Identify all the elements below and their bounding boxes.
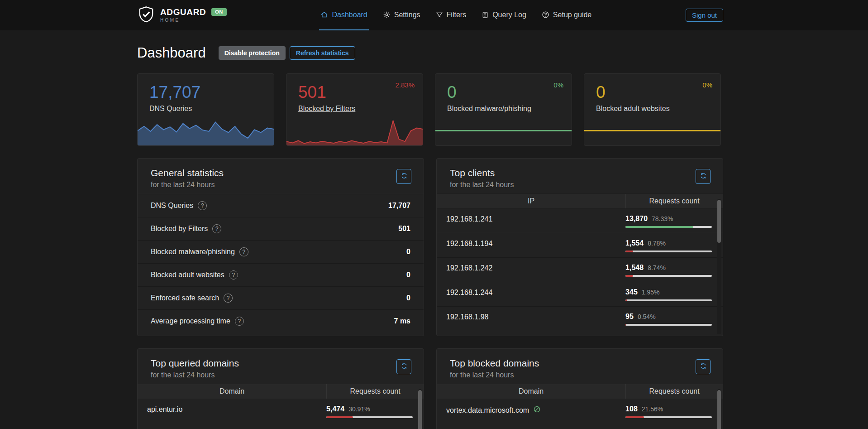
refresh-icon [700,172,707,181]
blocked-adult-sparkline [584,117,720,145]
question-mark-icon[interactable]: ? [212,224,221,233]
question-mark-icon[interactable]: ? [198,201,207,210]
nav-label: Dashboard [332,11,367,19]
top-blocked-subtitle: for the last 24 hours [450,371,691,379]
general-stat-row: Blocked adult websites? 0 [138,263,424,286]
general-statistics-subtitle: for the last 24 hours [151,181,392,189]
top-clients-subtitle: for the last 24 hours [450,181,691,189]
request-percent: 1.95% [642,289,660,296]
stat-row-value: 17,707 [388,202,410,210]
scrollbar-thumb[interactable] [418,390,422,429]
adguard-shield-logo-icon [137,5,155,25]
scrollbar[interactable] [717,199,721,334]
nav-label: Settings [394,11,420,19]
stat-cards-row: 17,707 DNS Queries 501 Blocked by Filter… [137,73,723,146]
nav-item-settings[interactable]: Settings [382,0,422,30]
client-row[interactable]: 192.168.1.244 345 1.95% [437,282,723,307]
table-header: Domain Requests count [437,384,723,399]
top-navbar: ADGUARD ON HOME Dashboard [0,0,868,30]
table-header: IP Requests count [437,193,723,209]
client-row[interactable]: 192.168.1.98 95 0.54% [437,307,723,331]
refresh-statistics-button[interactable]: Refresh statistics [290,46,355,60]
nav-item-setup-guide[interactable]: Setup guide [540,0,593,30]
top-queried-title: Top queried domains [151,358,392,369]
progress-bar [625,251,712,252]
scrollbar-thumb[interactable] [717,390,721,429]
progress-bar [625,226,712,228]
refresh-card-button[interactable] [696,169,711,184]
client-ip: 192.168.1.241 [446,215,492,223]
client-ip: 192.168.1.242 [446,264,492,272]
domain-name: api.entur.io [147,405,182,414]
nav-item-dashboard[interactable]: Dashboard [319,0,368,30]
gear-icon [383,11,391,19]
blocked-adult-percent: 0% [702,81,712,89]
request-percent: 78.33% [652,215,673,222]
stat-row-label: Enforced safe search [151,294,219,302]
stat-row-value: 0 [406,294,410,302]
progress-bar [625,324,712,326]
blocked-malware-percent: 0% [553,81,563,89]
general-stat-row: Average processing time? 7 ms [138,309,424,333]
question-mark-icon[interactable]: ? [224,294,233,303]
column-header-requests: Requests count [625,194,723,208]
blocked-malware-label: Blocked malware/phishing [447,105,562,113]
question-mark-icon[interactable]: ? [239,247,248,256]
blocked-adult-label: Blocked adult websites [596,105,711,113]
stat-row-label: Blocked by Filters [151,225,208,233]
stat-row-label: Blocked adult websites [151,271,224,279]
disable-protection-button[interactable]: Disable protection [219,46,286,60]
refresh-icon [700,362,707,371]
question-mark-icon[interactable]: ? [229,270,238,280]
request-count: 1,554 [625,239,644,247]
domain-row[interactable]: vortex.data.microsoft.com 108 21.56% [437,399,723,424]
blocked-filters-percent: 2.83% [395,81,415,89]
request-percent: 8.74% [648,264,666,271]
stat-row-value: 7 ms [394,317,410,325]
request-count: 345 [625,288,638,296]
top-clients-title: Top clients [450,168,691,178]
dashboard-icon [320,11,328,19]
column-header-domain: Domain [138,387,326,395]
column-header-ip: IP [437,197,625,205]
sign-out-button[interactable]: Sign out [686,9,723,22]
top-queried-subtitle: for the last 24 hours [151,371,392,379]
top-blocked-domains-card: Top blocked domains for the last 24 hour… [436,348,723,429]
scrollbar[interactable] [717,389,721,429]
request-count: 1,548 [625,264,644,272]
nav-item-query-log[interactable]: Query Log [480,0,528,30]
domain-name: vortex.data.microsoft.com [446,406,529,415]
client-ip: 192.168.1.98 [446,313,488,321]
refresh-card-button[interactable] [696,359,711,374]
stat-row-label: Blocked malware/phishing [151,248,235,256]
top-clients-card: Top clients for the last 24 hours IP Req… [436,158,723,336]
client-row[interactable]: 192.168.1.241 13,870 78.33% [437,209,723,233]
refresh-icon [401,172,408,181]
stat-card-dns-queries: 17,707 DNS Queries [137,73,274,146]
scrollbar-thumb[interactable] [717,200,721,243]
client-ip: 192.168.1.244 [446,289,492,297]
general-statistics-title: General statistics [151,168,392,178]
client-row[interactable]: 192.168.1.242 1,548 8.74% [437,258,723,282]
main-nav: Dashboard Settings Filters [227,0,686,30]
question-mark-icon[interactable]: ? [235,317,244,326]
general-stat-row: DNS Queries? 17,707 [138,194,424,217]
column-header-requests: Requests count [625,384,723,399]
request-count: 5,474 [326,405,344,413]
nav-label: Filters [447,11,467,19]
scrollbar[interactable] [418,389,422,429]
progress-bar [625,299,712,301]
client-row[interactable]: 192.168.1.194 1,554 8.78% [437,233,723,258]
dns-queries-sparkline [138,117,274,145]
domain-row[interactable]: api.entur.io 5,474 30.91% [138,399,424,424]
progress-bar [326,416,413,418]
request-percent: 30.91% [348,405,370,413]
blocked-tracker-icon[interactable] [533,405,541,415]
refresh-card-button[interactable] [396,359,411,374]
table-header: Domain Requests count [138,384,424,399]
column-header-requests: Requests count [326,384,424,399]
refresh-card-button[interactable] [396,169,411,184]
request-count: 108 [625,405,638,413]
nav-item-filters[interactable]: Filters [434,0,468,30]
blocked-filters-link[interactable]: Blocked by Filters [298,105,413,113]
